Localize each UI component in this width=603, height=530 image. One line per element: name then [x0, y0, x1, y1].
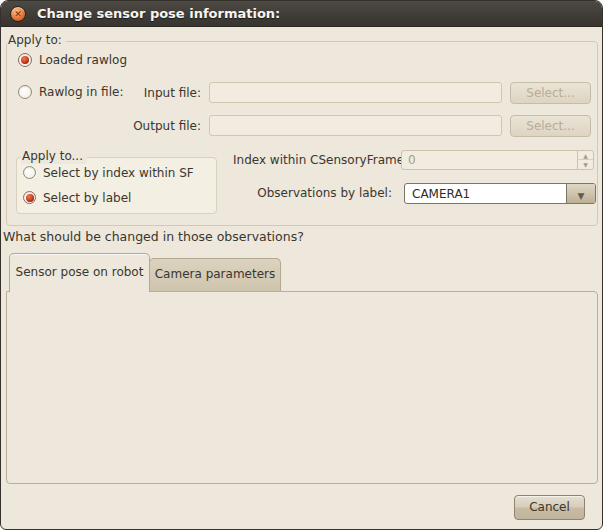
- index-spin-buttons: ▲ ▼: [577, 151, 593, 169]
- select-input-file-button: Select...: [510, 82, 591, 104]
- combobox-dropdown-button[interactable]: ▼: [566, 184, 595, 203]
- cancel-button[interactable]: Cancel: [514, 495, 585, 520]
- loaded-rawlog-radio[interactable]: [18, 53, 32, 67]
- index-within-label: Index within CSensoryFrame: [233, 153, 404, 168]
- close-icon: ✕: [11, 7, 25, 21]
- rawlog-in-file-radio[interactable]: [18, 85, 32, 99]
- output-file-label: Output file:: [101, 119, 201, 134]
- dialog-content: Apply to: Loaded rawlog Rawlog in file: …: [1, 27, 602, 529]
- output-file-field: [209, 115, 502, 136]
- close-button[interactable]: ✕: [10, 6, 26, 22]
- input-file-field: [209, 82, 502, 103]
- sensor-pose-panel: [6, 291, 598, 484]
- index-spin-value: 0: [408, 153, 416, 168]
- select-by-label-label[interactable]: Select by label: [43, 191, 131, 206]
- tab-sensor-pose[interactable]: Sensor pose on robot: [9, 253, 150, 292]
- window-title: Change sensor pose information:: [37, 6, 280, 22]
- select-output-file-button: Select...: [510, 115, 591, 137]
- tab-camera-parameters[interactable]: Camera parameters: [149, 258, 281, 291]
- select-by-label-radio[interactable]: [23, 191, 36, 204]
- apply-to-frame-label: Apply to:: [7, 33, 66, 48]
- input-file-label: Input file:: [101, 86, 201, 101]
- selection-group-label: Apply to...: [21, 149, 87, 164]
- loaded-rawlog-label[interactable]: Loaded rawlog: [39, 53, 127, 68]
- observations-by-label-label: Observations by label:: [241, 186, 392, 201]
- spin-down-icon: ▼: [578, 160, 593, 169]
- dialog-window: ✕ Change sensor pose information: Apply …: [0, 0, 603, 530]
- question-label: What should be changed in those observat…: [3, 229, 304, 244]
- title-bar[interactable]: ✕ Change sensor pose information:: [1, 1, 602, 27]
- index-spinbox: 0 ▲ ▼: [401, 150, 594, 170]
- select-by-index-radio[interactable]: [23, 166, 36, 179]
- chevron-down-icon: ▼: [578, 191, 585, 201]
- select-by-index-label[interactable]: Select by index within SF: [43, 166, 194, 181]
- observations-combobox-value: CAMERA1: [412, 186, 470, 202]
- spin-up-icon: ▲: [578, 151, 593, 160]
- observations-combobox[interactable]: CAMERA1 ▼: [404, 183, 596, 204]
